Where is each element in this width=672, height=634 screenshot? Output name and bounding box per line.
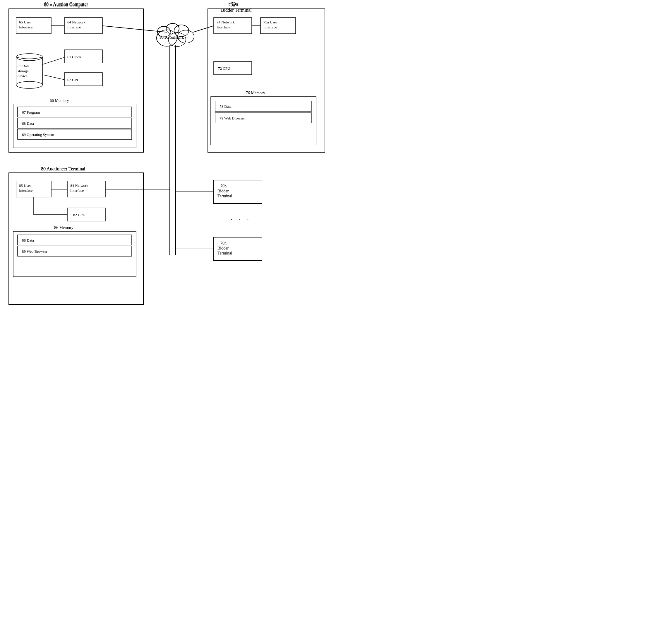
svg-text:Interface: Interface xyxy=(19,188,32,193)
svg-text:88  Data: 88 Data xyxy=(22,238,34,242)
diagram: 90 Network 60 – Auction Computer 65 User… xyxy=(0,0,336,317)
svg-text:78  Data: 78 Data xyxy=(219,104,232,109)
svg-text:Terminal: Terminal xyxy=(217,251,232,255)
svg-text:62  CPU: 62 CPU xyxy=(67,78,80,82)
svg-text:65 User: 65 User xyxy=(19,20,31,24)
svg-text:Interface: Interface xyxy=(19,25,32,29)
svg-text:61  Clock: 61 Clock xyxy=(67,55,81,59)
auction-computer-label: 60 – Auction Computer xyxy=(44,1,88,7)
svg-text:86 Memory: 86 Memory xyxy=(54,226,73,230)
svg-text:Terminal: Terminal xyxy=(217,194,232,198)
svg-text:Bidder Terminal: Bidder Terminal xyxy=(221,8,252,13)
svg-text:Interface: Interface xyxy=(263,25,277,29)
svg-text:Interface: Interface xyxy=(217,25,230,29)
svg-text:68  Data: 68 Data xyxy=(22,121,34,126)
svg-rect-81 xyxy=(18,235,132,245)
svg-text:72 CPU: 72 CPU xyxy=(218,66,230,71)
svg-text:84 Network: 84 Network xyxy=(70,183,88,188)
svg-text:69  Operating System: 69 Operating System xyxy=(22,132,54,137)
svg-text:66 Memory: 66 Memory xyxy=(50,98,69,103)
svg-text:device: device xyxy=(18,74,27,78)
svg-text:82 CPU: 82 CPU xyxy=(73,213,86,217)
auctioneer-terminal-label: 80 Auctioneer Terminal xyxy=(41,166,85,172)
svg-text:. . .: . . . xyxy=(231,213,251,221)
svg-text:Bidder: Bidder xyxy=(217,189,229,193)
bidder-terminal-a-label: 70a xyxy=(231,1,238,7)
svg-text:79  Web Browser: 79 Web Browser xyxy=(219,116,245,120)
svg-text:63 Data: 63 Data xyxy=(18,64,29,68)
svg-text:70n: 70n xyxy=(220,241,226,245)
network-label: 90 Network xyxy=(160,35,179,40)
svg-text:64 Network: 64 Network xyxy=(67,20,86,24)
svg-text:75a User: 75a User xyxy=(263,20,277,24)
svg-text:Bidder: Bidder xyxy=(217,246,229,250)
svg-text:Interface: Interface xyxy=(70,188,84,193)
svg-text:Interface: Interface xyxy=(67,25,81,29)
svg-point-26 xyxy=(16,81,43,89)
svg-text:85 User: 85 User xyxy=(19,183,31,188)
svg-text:76 Memory: 76 Memory xyxy=(246,91,265,95)
svg-text:70b: 70b xyxy=(220,184,226,188)
svg-rect-40 xyxy=(18,118,132,128)
svg-text:67  Program: 67 Program xyxy=(22,110,40,115)
svg-text:74  Network: 74 Network xyxy=(217,20,235,24)
svg-text:storage: storage xyxy=(18,69,29,73)
svg-text:89  Web Browser: 89 Web Browser xyxy=(22,249,47,254)
